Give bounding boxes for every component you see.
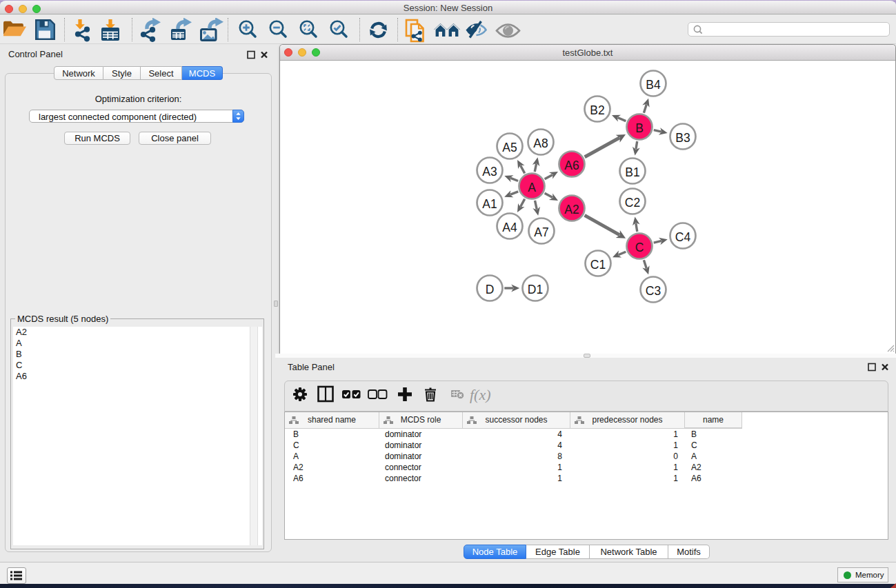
svg-text:A8: A8	[533, 136, 548, 150]
svg-text:B3: B3	[675, 131, 690, 145]
svg-text:A: A	[528, 181, 536, 194]
svg-text:C2: C2	[625, 196, 640, 210]
svg-text:D1: D1	[528, 283, 543, 296]
svg-text:B4: B4	[646, 78, 661, 92]
svg-text:D: D	[486, 283, 495, 296]
svg-text:A6: A6	[564, 159, 579, 172]
svg-text:A3: A3	[482, 165, 497, 179]
svg-text:C3: C3	[646, 284, 661, 298]
svg-text:A5: A5	[502, 141, 517, 154]
svg-text:B1: B1	[625, 165, 639, 179]
svg-text:C1: C1	[590, 258, 606, 272]
svg-text:B: B	[635, 121, 644, 135]
svg-text:B2: B2	[590, 103, 604, 117]
svg-text:C: C	[635, 241, 644, 254]
svg-text:A4: A4	[502, 221, 517, 234]
svg-text:A2: A2	[564, 203, 579, 216]
svg-text:f(x): f(x)	[470, 386, 491, 403]
svg-text:A7: A7	[534, 225, 548, 239]
svg-text:A1: A1	[482, 197, 497, 211]
svg-text:C4: C4	[675, 230, 691, 244]
